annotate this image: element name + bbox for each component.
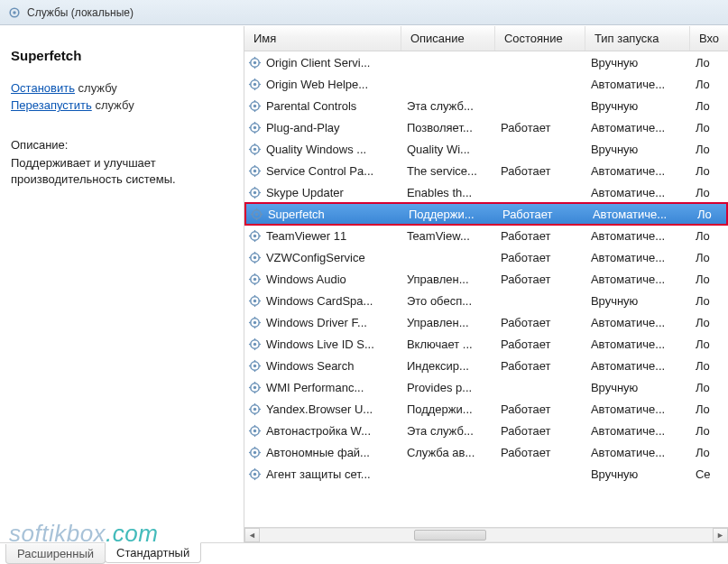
table-row[interactable]: Windows Live ID S...Включает ...Работает…: [244, 333, 728, 355]
cell-logon: Се: [690, 467, 728, 481]
table-row[interactable]: Plug-and-PlayПозволяет...РаботаетАвтомат…: [244, 116, 728, 138]
column-header-name[interactable]: Имя: [244, 26, 401, 51]
table-row[interactable]: SuperfetchПоддержи...РаботаетАвтоматиче.…: [244, 202, 728, 226]
cell-startup: Автоматиче...: [585, 424, 690, 438]
cell-name: Автономные фай...: [244, 445, 401, 459]
column-header-logon[interactable]: Вхо: [690, 26, 728, 51]
description-label: Описание:: [11, 137, 227, 153]
service-gear-icon: [248, 228, 263, 243]
table-row[interactable]: Origin Web Helpe...Автоматиче...Ло: [244, 73, 728, 95]
service-name-text: Superfetch: [268, 208, 325, 221]
table-row[interactable]: Parental ControlsЭта служб...ВручнуюЛо: [244, 95, 728, 116]
table-row[interactable]: Windows AudioУправлен...РаботаетАвтомати…: [244, 268, 728, 290]
cell-description: Управлен...: [401, 273, 495, 286]
table-row[interactable]: Windows CardSpa...Это обесп...ВручнуюЛо: [244, 290, 728, 311]
service-name-text: Windows Audio: [266, 273, 346, 286]
svg-point-1: [13, 11, 16, 14]
tab-extended[interactable]: Расширенный: [5, 544, 106, 564]
column-header-startup[interactable]: Тип запуска: [585, 26, 690, 51]
cell-logon: Ло: [690, 273, 728, 286]
service-gear-icon: [248, 315, 263, 329]
cell-startup: Автоматиче...: [585, 402, 690, 416]
table-row[interactable]: Yandex.Browser U...Поддержи...РаботаетАв…: [244, 398, 728, 420]
svg-point-3: [253, 60, 256, 63]
svg-point-75: [253, 320, 256, 323]
table-row[interactable]: VZWConfigServiceРаботаетАвтоматиче...Ло: [244, 246, 728, 268]
table-row[interactable]: WMI Performanc...Provides p...ВручнуюЛо: [244, 376, 728, 398]
services-rows: Origin Client Servi...ВручнуюЛоOrigin We…: [244, 51, 728, 527]
table-row[interactable]: TeamViewer 11TeamView...РаботаетАвтомати…: [244, 225, 728, 246]
cell-logon: Ло: [690, 294, 728, 308]
service-gear-icon: [248, 293, 263, 308]
table-row[interactable]: Агент защиты сет...ВручнуюСе: [244, 463, 728, 485]
column-header-description[interactable]: Описание: [401, 26, 495, 51]
table-row[interactable]: Service Control Pa...The service...Работ…: [244, 160, 728, 181]
service-name-text: Plug-and-Play: [266, 121, 340, 134]
service-gear-icon: [248, 358, 263, 373]
cell-description: TeamView...: [401, 229, 495, 243]
scroll-right-arrow[interactable]: ►: [713, 528, 728, 542]
cell-name: Windows Audio: [244, 272, 401, 286]
column-header-row: Имя Описание Состояние Тип запуска Вхо: [244, 26, 728, 51]
cell-logon: Ло: [690, 251, 728, 264]
table-row[interactable]: Windows Driver F...Управлен...РаботаетАв…: [244, 311, 728, 333]
service-gear-icon: [248, 163, 263, 178]
cell-name: Service Control Pa...: [244, 163, 401, 178]
cell-logon: Ло: [690, 316, 728, 329]
table-row[interactable]: Quality Windows ...Quality Wi...ВручнуюЛ…: [244, 138, 728, 160]
cell-description: Служба ав...: [401, 446, 495, 459]
table-row[interactable]: Origin Client Servi...ВручнуюЛо: [244, 51, 728, 73]
view-tabs: Расширенный Стандартный: [0, 542, 728, 564]
cell-state: Работает: [495, 164, 585, 178]
cell-startup: Автоматиче...: [585, 273, 690, 286]
cell-logon: Ло: [690, 229, 728, 243]
cell-name: Автонастройка W...: [244, 423, 401, 438]
cell-name: Windows Search: [244, 358, 401, 373]
cell-logon: Ло: [690, 121, 728, 134]
service-name-text: Origin Client Servi...: [266, 56, 371, 69]
service-gear-icon: [248, 250, 263, 264]
tab-standard[interactable]: Стандартный: [105, 542, 201, 563]
scroll-left-arrow[interactable]: ◄: [244, 528, 260, 542]
column-header-state[interactable]: Состояние: [495, 26, 585, 51]
service-name-text: Автономные фай...: [266, 446, 370, 459]
cell-startup: Вручную: [585, 294, 690, 308]
cell-name: Агент защиты сет...: [244, 467, 401, 481]
cell-description: Индексир...: [401, 359, 495, 373]
table-row[interactable]: Skype UpdaterEnables th...Автоматиче...Л…: [244, 181, 728, 203]
service-name-text: Quality Windows ...: [266, 143, 366, 156]
scroll-thumb[interactable]: [414, 530, 486, 541]
cell-name: Skype Updater: [244, 185, 401, 199]
stop-service-link[interactable]: Остановить: [11, 81, 75, 95]
service-name-text: TeamViewer 11: [266, 229, 346, 243]
description-text: Поддерживает и улучшает производительнос…: [11, 155, 227, 188]
scroll-track[interactable]: [260, 528, 713, 542]
svg-point-99: [253, 407, 256, 410]
cell-state: Работает: [495, 229, 585, 243]
cell-logon: Ло: [690, 446, 728, 459]
cell-startup: Автоматиче...: [585, 337, 690, 351]
cell-description: Enables th...: [401, 186, 495, 199]
service-gear-icon: [248, 337, 263, 351]
cell-startup: Вручную: [585, 143, 690, 156]
cell-logon: Ло: [690, 337, 728, 351]
selected-service-name: Superfetch: [11, 48, 227, 63]
service-name-text: Windows Live ID S...: [266, 337, 374, 351]
cell-description: Это обесп...: [401, 294, 495, 308]
horizontal-scrollbar[interactable]: ◄ ►: [244, 527, 728, 542]
cell-startup: Автоматиче...: [585, 78, 690, 91]
cell-description: Управлен...: [401, 316, 495, 329]
restart-service-link[interactable]: Перезапустить: [11, 98, 92, 112]
cell-startup: Автоматиче...: [585, 359, 690, 373]
cell-name: Windows Driver F...: [244, 315, 401, 329]
service-name-text: Yandex.Browser U...: [266, 402, 373, 416]
description-block: Описание: Поддерживает и улучшает произв…: [11, 137, 227, 189]
table-row[interactable]: Автономные фай...Служба ав...РаботаетАвт…: [244, 441, 728, 463]
table-row[interactable]: Автонастройка W...Эта служб...РаботаетАв…: [244, 420, 728, 441]
cell-logon: Ло: [690, 424, 728, 438]
svg-point-33: [253, 169, 256, 171]
cell-logon: Ло: [692, 208, 726, 221]
svg-point-105: [253, 429, 256, 431]
table-row[interactable]: Windows SearchИндексир...РаботаетАвтомат…: [244, 355, 728, 376]
svg-point-15: [253, 104, 256, 106]
